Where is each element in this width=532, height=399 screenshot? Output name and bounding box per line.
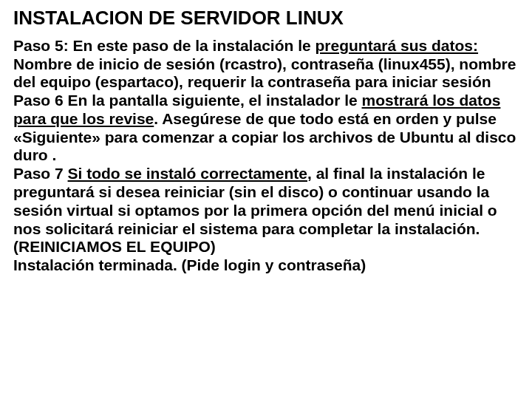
document-body: Paso 5: En este paso de la instalación l… <box>13 37 519 275</box>
step5-lead: Paso 5: En este paso de la instalación l… <box>13 37 316 54</box>
ending-line: Instalación terminada. (Pide login y con… <box>13 256 366 273</box>
document-page: INSTALACION DE SERVIDOR LINUX Paso 5: En… <box>0 0 532 275</box>
page-title: INSTALACION DE SERVIDOR LINUX <box>13 7 519 30</box>
step6-a: Paso 6 En la pantalla siguiente, el inst… <box>13 92 362 109</box>
step7-a: Paso 7 <box>13 165 68 182</box>
step5-rest: Nombre de inicio de sesión (rcastro), co… <box>13 55 516 91</box>
step7-underline: Si todo se instaló correctamente <box>68 165 307 182</box>
step5-underline: preguntará sus datos: <box>316 37 479 54</box>
